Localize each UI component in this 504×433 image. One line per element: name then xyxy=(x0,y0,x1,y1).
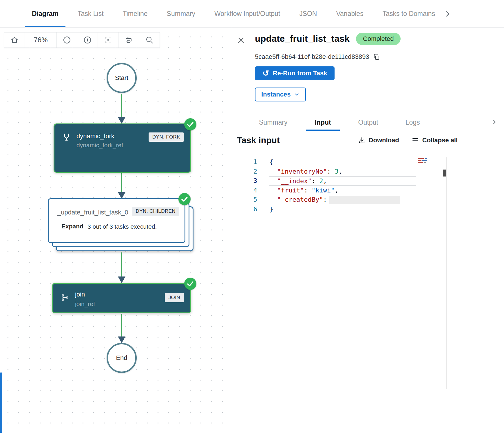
panel-tabs: SummaryInputOutputLogs xyxy=(250,114,439,131)
task-detail-panel: update_fruit_list_task Completed 5caae5f… xyxy=(232,28,504,433)
collapse-all-button[interactable]: Collapse all xyxy=(412,137,458,144)
code-line[interactable]: } xyxy=(269,205,416,214)
search-icon[interactable] xyxy=(139,32,160,48)
instances-label: Instances xyxy=(261,91,291,98)
tab-summary[interactable]: Summary xyxy=(160,0,202,27)
rerun-label: Re-Run from Task xyxy=(273,70,327,77)
panel-tab-output[interactable]: Output xyxy=(350,114,387,131)
chevron-down-icon xyxy=(294,92,300,97)
line-number: 2 xyxy=(244,167,257,177)
tab-task-list[interactable]: Task List xyxy=(71,0,110,27)
fit-view-icon[interactable] xyxy=(98,32,118,48)
divider xyxy=(232,150,504,150)
print-icon[interactable] xyxy=(118,32,139,48)
start-node-label: Start xyxy=(115,74,128,82)
code-line[interactable]: "_createdBy": xyxy=(269,195,416,205)
app-root: DiagramTask ListTimelineSummaryWorkflow … xyxy=(0,0,504,433)
panel-tabs-overflow-chevron-icon[interactable] xyxy=(491,117,500,127)
card-title: _update_fruit_list_task_0 xyxy=(57,209,128,216)
expand-link[interactable]: Expand xyxy=(61,223,83,230)
tabs-overflow-chevron-icon[interactable] xyxy=(444,9,454,19)
close-icon[interactable] xyxy=(237,36,246,45)
dynamic-children-stack[interactable]: _update_fruit_list_task_0 DYN. CHILDREN … xyxy=(48,198,194,252)
success-check-icon xyxy=(178,193,191,205)
editor-scroll-track xyxy=(446,157,447,389)
panel-header: update_fruit_list_task Completed xyxy=(255,33,401,45)
zoom-in-icon[interactable] xyxy=(77,32,98,48)
code-line[interactable]: "inventoryNo": 3, xyxy=(269,167,416,177)
code-line[interactable]: "fruit": "kiwi", xyxy=(269,186,416,195)
node-type-badge: JOIN xyxy=(165,293,184,302)
workflow-tabbar: DiagramTask ListTimelineSummaryWorkflow … xyxy=(0,0,504,28)
node-ref: dynamic_fork_ref xyxy=(76,142,123,149)
copy-icon[interactable] xyxy=(373,53,380,61)
task-input-editor[interactable]: 123456 { "inventoryNo": 3, "__index": 2,… xyxy=(232,155,504,390)
task-title: update_fruit_list_task xyxy=(255,34,350,44)
zoom-level: 76% xyxy=(25,32,57,48)
instances-button[interactable]: Instances xyxy=(255,88,306,101)
tab-diagram[interactable]: Diagram xyxy=(25,0,65,27)
line-number: 6 xyxy=(244,205,257,214)
panel-tab-input[interactable]: Input xyxy=(306,114,339,131)
success-check-icon xyxy=(184,118,196,130)
tab-json[interactable]: JSON xyxy=(292,0,324,27)
selection-highlight xyxy=(329,196,400,204)
download-icon xyxy=(358,137,365,144)
status-badge: Completed xyxy=(356,33,401,45)
collapse-all-label: Collapse all xyxy=(422,137,458,144)
task-input-header: Task input Download Collapse all xyxy=(237,132,458,148)
tab-workflow-input-output[interactable]: Workflow Input/Output xyxy=(207,0,287,27)
end-node[interactable]: End xyxy=(107,343,137,373)
panel-tab-logs[interactable]: Logs xyxy=(397,114,429,131)
code-line[interactable]: { xyxy=(269,157,416,167)
dynamic-fork-icon xyxy=(63,133,70,141)
node-type-badge: DYN. FORK xyxy=(149,132,184,142)
code-line[interactable]: "__index": 2, xyxy=(269,176,416,186)
diagram-canvas[interactable]: 76% Start dynamic_fork xyxy=(0,28,232,433)
dynamic-children-card[interactable]: _update_fruit_list_task_0 DYN. CHILDREN … xyxy=(48,198,185,243)
download-button[interactable]: Download xyxy=(358,137,399,144)
zoom-out-icon[interactable] xyxy=(57,32,77,48)
line-number: 3 xyxy=(244,176,257,186)
task-id-row: 5caae5ff-6b64-11ef-b28e-de111cd83893 xyxy=(255,53,380,61)
home-icon[interactable] xyxy=(4,32,25,48)
minimap[interactable] xyxy=(418,158,439,168)
rerun-icon: ↺ xyxy=(262,70,269,77)
end-node-label: End xyxy=(116,354,127,362)
diagram-toolbar: 76% xyxy=(4,32,160,48)
node-ref: join_ref xyxy=(75,301,95,308)
node-title: dynamic_fork xyxy=(76,132,114,140)
section-title: Task input xyxy=(237,135,358,145)
line-number: 5 xyxy=(244,195,257,205)
canvas-scrollbar[interactable] xyxy=(0,372,2,433)
collapse-all-icon xyxy=(412,137,419,144)
dynamic-fork-node[interactable]: dynamic_fork dynamic_fork_ref DYN. FORK xyxy=(54,123,191,173)
editor-scroll-thumb[interactable] xyxy=(443,170,446,177)
node-title: join xyxy=(75,291,85,298)
tab-tasks-to-domains[interactable]: Tasks to Domains xyxy=(376,0,438,27)
join-node[interactable]: join join_ref JOIN xyxy=(52,283,191,313)
rerun-from-task-button[interactable]: ↺ Re-Run from Task xyxy=(255,66,335,80)
start-node[interactable]: Start xyxy=(107,63,137,93)
tabs-container: DiagramTask ListTimelineSummaryWorkflow … xyxy=(25,0,438,27)
download-label: Download xyxy=(369,137,399,144)
success-check-icon xyxy=(184,278,196,290)
join-icon xyxy=(61,294,69,301)
progress-text: 3 out of 3 tasks executed. xyxy=(87,223,157,230)
panel-tab-summary[interactable]: Summary xyxy=(250,114,296,131)
card-type-badge: DYN. CHILDREN xyxy=(132,207,179,216)
tab-variables[interactable]: Variables xyxy=(329,0,370,27)
code-lines: { "inventoryNo": 3, "__index": 2, "fruit… xyxy=(269,157,416,214)
line-numbers: 123456 xyxy=(244,157,257,214)
line-number: 4 xyxy=(244,186,257,195)
line-number: 1 xyxy=(244,157,257,167)
task-id: 5caae5ff-6b64-11ef-b28e-de111cd83893 xyxy=(255,53,369,61)
tab-timeline[interactable]: Timeline xyxy=(116,0,155,27)
